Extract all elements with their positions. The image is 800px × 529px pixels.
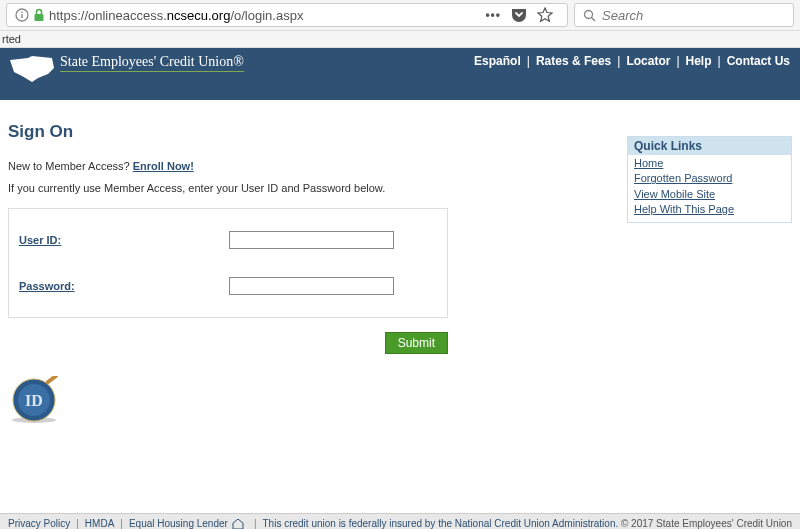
ql-mobile-site[interactable]: View Mobile Site <box>634 187 785 202</box>
brand-text: State Employees' Credit Union® <box>60 54 244 72</box>
user-id-label: User ID: <box>19 234 229 246</box>
star-icon[interactable] <box>537 7 553 23</box>
info-icon[interactable] <box>15 8 29 22</box>
page-title: Sign On <box>8 122 607 142</box>
svg-line-11 <box>48 376 56 382</box>
nav-help[interactable]: Help <box>686 54 712 68</box>
lock-icon <box>33 8 45 22</box>
browser-toolbar: https://onlineaccess.ncsecu.org/o/login.… <box>0 0 800 31</box>
site-header: State Employees' Credit Union® Español| … <box>0 48 800 100</box>
enroll-link[interactable]: Enroll Now! <box>133 160 194 172</box>
more-icon[interactable]: ••• <box>485 8 501 22</box>
submit-button[interactable]: Submit <box>385 332 448 354</box>
search-icon <box>583 9 596 22</box>
svg-point-4 <box>585 10 593 18</box>
svg-rect-2 <box>21 12 22 13</box>
ql-home[interactable]: Home <box>634 156 785 171</box>
user-id-input[interactable] <box>229 231 394 249</box>
nav-rates[interactable]: Rates & Fees <box>536 54 611 68</box>
quick-links-header: Quick Links <box>628 137 791 155</box>
nav-locator[interactable]: Locator <box>626 54 670 68</box>
browser-search[interactable] <box>574 3 794 27</box>
header-nav: Español| Rates & Fees| Locator| Help| Co… <box>474 54 790 68</box>
ql-forgotten-password[interactable]: Forgotten Password <box>634 171 785 186</box>
bookmark-toolbar-fragment: rted <box>0 31 800 48</box>
password-input[interactable] <box>229 277 394 295</box>
url-text: https://onlineaccess.ncsecu.org/o/login.… <box>49 8 475 23</box>
brand[interactable]: State Employees' Credit Union® <box>8 54 244 82</box>
svg-line-5 <box>592 17 596 21</box>
nav-contact[interactable]: Contact Us <box>727 54 790 68</box>
svg-rect-3 <box>35 14 44 21</box>
password-label-link[interactable]: Password: <box>19 280 75 292</box>
nav-espanol[interactable]: Español <box>474 54 521 68</box>
logo-icon <box>8 54 56 82</box>
quick-links: Quick Links Home Forgotten Password View… <box>627 136 792 223</box>
main-column: Sign On New to Member Access? Enroll Now… <box>8 112 607 422</box>
url-bar[interactable]: https://onlineaccess.ncsecu.org/o/login.… <box>6 3 568 27</box>
enroll-prompt: New to Member Access? Enroll Now! <box>8 160 607 172</box>
browser-search-input[interactable] <box>602 8 785 23</box>
login-form: User ID: Password: <box>8 208 448 318</box>
svg-text:ID: ID <box>25 392 43 409</box>
pocket-icon[interactable] <box>511 8 527 22</box>
user-id-label-link[interactable]: User ID: <box>19 234 61 246</box>
instructions: If you currently use Member Access, ente… <box>8 182 607 194</box>
id-protection-badge[interactable]: ID <box>8 376 58 422</box>
ql-help-page[interactable]: Help With This Page <box>634 202 785 217</box>
svg-rect-1 <box>21 14 22 18</box>
password-label: Password: <box>19 280 229 292</box>
